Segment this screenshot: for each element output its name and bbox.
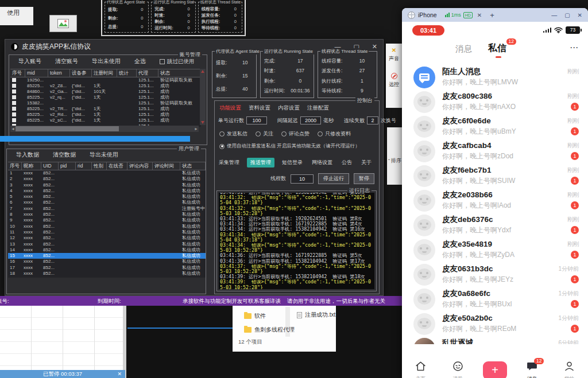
sound-label[interactable]: 声音 [389,55,399,63]
user-row[interactable]: 9xxxx852...私信成功 [8,217,206,223]
account-horizontal-scrollbar[interactable]: ◄ ► [10,126,199,132]
row-checkbox[interactable] [10,118,25,123]
create-post-button[interactable]: + [483,361,507,378]
user-row[interactable]: 1xxxx852...私信成功 [8,170,206,176]
stop-run-button[interactable]: 停止运行 [318,173,349,184]
select-all-button[interactable]: 全选 [134,57,146,65]
account-row[interactable]: 19250...125.1...验证码获取失败 [10,77,201,83]
row-checkbox[interactable] [10,112,25,118]
user-row[interactable]: 7xxxx852...注册账号中 [8,206,206,212]
user-row[interactable]: 11xxxx852...私信成功 [8,229,206,235]
row-checkbox[interactable] [10,106,25,112]
user-row[interactable]: 4xxxx852...私信成功 [8,188,206,194]
account-row[interactable]: 85225...v2_Z8...{"did...1天125.1...成功 [10,83,201,89]
tab-messages[interactable]: 消息 [455,44,472,54]
iphone-maximize-button[interactable]: ▢ [564,12,570,18]
console-tab[interactable]: 功能设置 [219,104,241,112]
row-checkbox[interactable] [10,89,25,95]
user-row[interactable]: 8xxxx852...私信成功 [8,212,206,217]
console-tab[interactable]: 资料设置 [249,104,270,112]
tab-bar-item-主页[interactable]: 主页 [402,358,439,378]
account-row[interactable]: 85225...v2_sC...{"did...1天125.1...成功 [10,118,201,123]
image-tool-button[interactable] [49,15,77,32]
scrollbar-thumb[interactable] [16,126,119,131]
account-row[interactable]: 84860...v2_Ga...{"did...101天125.1...成功 [10,89,201,95]
console-bottom-tab[interactable]: 短信登录 [280,158,304,167]
chat-item[interactable]: 乱世逐城6分钟前 [402,337,588,344]
toast-close-icon[interactable]: ✕ [117,370,122,378]
row-checkbox[interactable] [10,95,25,100]
iphone-close-button[interactable]: ✕ [578,12,582,18]
account-row[interactable]: 85225...v2_rq...{"did...1天125.1...成功 [10,95,201,100]
per-account-input[interactable] [246,116,267,124]
mode-radio[interactable]: 发送私信 [219,130,247,138]
clear-data-button[interactable]: 清空数据 [53,151,76,159]
console-bottom-tab[interactable]: 关于 [359,158,373,167]
chat-item[interactable]: 皮友0a68e6fc你好啊，晚上号啊BUxl1分钟前1 [402,287,588,312]
chat-item[interactable]: 皮友c6f0e6de你好啊，晚上号啊uBmY刚刚1 [402,115,588,139]
remote-control-icon[interactable] [391,73,397,79]
background-button-fragment[interactable]: 使用 [0,7,33,25]
run-log-view[interactable]: 03:41:31: 运行>当前获取手机: 15382104942 验证码 第15… [219,193,374,289]
chat-item[interactable]: 皮友deb6376c你好啊，晚上号啊Ydxf刚刚1 [402,213,588,238]
iphone-minimize-button[interactable]: — [551,12,557,18]
tab-bar-item-我的[interactable]: 我的 [551,358,588,378]
chat-item[interactable]: 皮友cafbcab4你好啊，晚上号啊zDod刚刚1 [402,139,588,164]
close-button[interactable]: ✕ [372,43,377,50]
chat-item[interactable]: 皮友0631b3dc你好啊，晚上号啊JEYz1分钟前1 [402,263,588,287]
row-checkbox[interactable] [10,77,25,83]
new-tab-icon[interactable]: + [490,11,494,20]
import-data-button[interactable]: 导入数据 [16,151,39,159]
user-row[interactable]: 18xxxx852...私信成功 [8,271,206,276]
chat-item[interactable]: 皮友c809c386你好啊，晚上号啊nAXO刚刚1 [402,90,588,115]
tab-bar-item-消息[interactable]: 消息12 [513,358,551,378]
user-row[interactable]: 5xxxx852...私信成功 [8,194,206,200]
chat-item[interactable]: 皮友e50a2b0c你好啊，晚上号啊REoM1分钟前1 [402,312,588,337]
row-checkbox[interactable] [10,100,25,106]
account-row[interactable]: 85225...v2_TR...{"did...1天125.1...成功 [10,106,201,112]
export-unused-data-button[interactable]: 导出未使用 [90,151,118,159]
user-row[interactable]: 15xxxx852...私信成功 [8,253,206,259]
tab-close-icon[interactable]: ✕ [477,12,482,18]
iphone-tab-bar[interactable]: iPhone 1ms HD ✕ + — ▢ ✕ [402,8,588,22]
console-tab[interactable]: 注册配置 [307,104,329,112]
row-checkbox[interactable] [10,83,25,89]
emulator-close-icon[interactable]: ✕ [392,47,396,53]
console-tab[interactable]: 内容设置 [278,104,300,112]
skip-used-checkbox[interactable]: 跳过已使用 [160,58,195,65]
account-row[interactable]: 85225...v2_Rd...{"did...1天125.1...成功 [10,112,201,118]
interval-input[interactable] [300,116,321,124]
user-row[interactable]: 2xxxx852...私信成功 [8,176,206,182]
file-item[interactable]: 注册成功.txt [297,311,335,319]
remote-label[interactable]: 远控 [389,81,399,88]
user-row[interactable]: 14xxxx852...私信成功 [8,247,206,253]
user-row[interactable]: 12xxxx852...私信成功 [8,235,206,241]
clear-accounts-button[interactable]: 清空账号 [55,57,78,65]
chat-item[interactable]: 陌生人消息你好啊，晚上号啊LMVW刚刚 [402,65,588,90]
user-row[interactable]: 13xxxx852...私信成功 [8,241,206,247]
chat-item[interactable]: 皮友2e038b66你好啊，晚上号啊lAod刚刚1 [402,189,588,213]
tab-bar-item-话题[interactable]: 话题 [439,358,477,378]
console-bottom-tab[interactable]: 采集管理 [217,158,241,167]
export-unused-button[interactable]: 导出未使用 [92,57,121,65]
user-row[interactable]: 10xxxx852...私信成功 [8,224,206,229]
account-vertical-scrollbar[interactable] [200,69,206,125]
console-bottom-tab[interactable]: 公告 [340,158,354,167]
console-bottom-tab[interactable]: 网络设置 [310,158,334,167]
folder-item[interactable]: 鱼刺多线程代理 [244,326,295,334]
auto-register-radio[interactable]: 使用自动注册发送私信 开启后其他功能无效（请开代理运行） [219,143,360,150]
scroll-left-icon[interactable]: ◄ [11,126,15,132]
chat-item[interactable]: 皮友e35e4819你好啊，晚上号啊ZyDA刚刚1 [402,238,588,263]
tab-bar-item-create[interactable]: + [477,358,514,378]
folder-item[interactable]: 软件 [244,312,266,320]
user-row[interactable]: 3xxxx852...私信成功 [8,182,206,188]
user-row[interactable]: 6xxxx852...私信成功 [8,200,206,205]
account-row[interactable]: 15382...125.1...验证码获取失败 [10,100,201,106]
mode-radio[interactable]: 只修改资料 [318,130,351,138]
more-menu-icon[interactable]: ⋯ [570,42,579,53]
mode-radio[interactable]: 关注 [256,130,273,138]
user-row[interactable]: 17xxxx852...私信成功 [8,265,206,271]
chat-item[interactable]: 皮友f6ebc7b1你好啊，晚上号啊SUIW刚刚1 [402,164,588,189]
sort-control[interactable]: ˇ排序 [388,157,401,165]
user-row[interactable]: 16xxxx852...私信成功 [8,259,206,264]
